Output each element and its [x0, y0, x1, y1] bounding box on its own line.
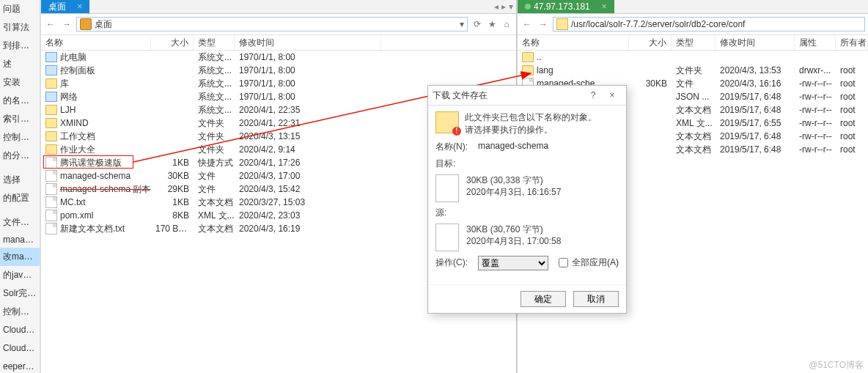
- source-line2: 2020年4月3日, 17:00:58: [466, 235, 561, 248]
- sidebar-item[interactable]: 选择: [0, 171, 40, 189]
- file-name: managed-schema 副本: [60, 183, 150, 196]
- folder-icon: [45, 78, 57, 89]
- col-type[interactable]: 类型: [672, 35, 716, 50]
- tab-prev-icon[interactable]: ◂: [494, 1, 499, 12]
- close-icon[interactable]: ×: [77, 1, 82, 12]
- file-owner: root: [836, 65, 868, 75]
- col-name[interactable]: 名称: [518, 35, 629, 50]
- apply-all[interactable]: 全部应用(A): [556, 256, 619, 270]
- back-icon[interactable]: ←: [44, 19, 57, 29]
- dialog-msg1: 此文件夹已包含以下名称的对象。: [465, 111, 597, 124]
- file-name: 库: [60, 78, 69, 90]
- sidebar-item[interactable]: 改managed: [0, 248, 40, 266]
- col-type[interactable]: 类型: [194, 35, 235, 50]
- file-type: 系统文...: [194, 104, 235, 117]
- dialog-title-bar[interactable]: 下载 文件存在 ? ×: [428, 86, 626, 106]
- left-header[interactable]: 名称 大小 类型 修改时间: [41, 35, 516, 51]
- bookmark-icon[interactable]: ★: [485, 19, 499, 29]
- file-type: 文件: [672, 78, 716, 90]
- back-icon[interactable]: ←: [521, 19, 534, 29]
- action-select[interactable]: 覆盖: [478, 256, 548, 270]
- col-mod[interactable]: 修改时间: [716, 35, 795, 50]
- sidebar-item[interactable]: eeper管理: [0, 358, 40, 373]
- tab-next-icon[interactable]: ▸: [501, 1, 506, 12]
- folder-icon: [45, 105, 57, 115]
- sidebar-item[interactable]: 引算法: [0, 18, 40, 37]
- sidebar-item[interactable]: 索引库说明及: [0, 110, 40, 128]
- tab-remote[interactable]: 47.97.173.181 ×: [518, 0, 614, 13]
- dropdown-icon[interactable]: ▾: [460, 19, 464, 29]
- sidebar-item[interactable]: [0, 165, 40, 171]
- sidebar-item[interactable]: 的配置: [0, 189, 40, 207]
- refresh-icon[interactable]: ⟳: [471, 19, 484, 29]
- tab-desktop[interactable]: 桌面 ×: [41, 0, 89, 13]
- file-owner: root: [836, 131, 868, 141]
- ok-button[interactable]: 确定: [521, 291, 566, 307]
- close-icon[interactable]: ×: [603, 90, 622, 100]
- source-thumb-icon: [435, 224, 459, 251]
- name-label: 名称(N):: [435, 141, 471, 153]
- tab-menu-icon[interactable]: ▾: [509, 1, 513, 12]
- file-name: managed-schema: [60, 171, 130, 181]
- address-box[interactable]: /usr/local/solr-7.7.2/server/solr/db2-co…: [553, 17, 865, 32]
- sidebar-item[interactable]: 问题: [0, 0, 40, 18]
- source-label: 源:: [435, 207, 471, 219]
- col-name[interactable]: 名称: [41, 35, 151, 50]
- file-type: 文件: [194, 170, 235, 182]
- sidebar-item[interactable]: 安装: [0, 73, 40, 92]
- sidebar-item[interactable]: Solr完成对jo: [0, 284, 40, 303]
- folder-icon: [45, 131, 57, 141]
- target-label: 目标:: [435, 158, 471, 170]
- help-icon[interactable]: ?: [584, 90, 603, 100]
- file-type: 文本文档: [672, 130, 716, 143]
- file-mod: 2020/4/1, 22:35: [235, 105, 381, 115]
- address-box[interactable]: 桌面 ▾: [76, 17, 468, 32]
- file-icon: [45, 170, 57, 182]
- watermark: @51CTO博客: [809, 359, 864, 372]
- table-row[interactable]: lang文件夹2020/4/3, 13:53drwxr-...root: [518, 64, 868, 77]
- file-size: 30KB: [151, 171, 194, 181]
- outline-sidebar[interactable]: 问题引算法到排索引述安装的名词解释及索引库说明及控制台-core的分词及IK选择…: [0, 0, 40, 373]
- sidebar-item[interactable]: managed-s: [0, 232, 40, 248]
- col-attr[interactable]: 属性: [795, 35, 836, 50]
- right-header[interactable]: 名称 大小 类型 修改时间 属性 所有者: [518, 35, 868, 51]
- home-icon[interactable]: ⌂: [500, 19, 513, 29]
- file-name: 作业大全: [60, 144, 95, 156]
- sidebar-item[interactable]: Cloud概述: [0, 321, 40, 339]
- file-name: ..: [537, 52, 542, 62]
- file-owner: root: [836, 144, 868, 155]
- file-mod: 2019/5/17, 6:48: [716, 131, 795, 141]
- forward-icon[interactable]: →: [60, 19, 73, 29]
- col-size[interactable]: 大小: [629, 35, 672, 50]
- action-label: 操作(C):: [435, 256, 471, 269]
- file-type: 系统文...: [194, 78, 235, 90]
- sidebar-item[interactable]: 的名词解释及: [0, 92, 40, 110]
- file-mod: 2020/4/2, 9:14: [235, 144, 381, 155]
- sidebar-item[interactable]: 述: [0, 55, 40, 73]
- table-row[interactable]: ..: [518, 51, 868, 64]
- sidebar-item[interactable]: Cloud搭建: [0, 339, 40, 358]
- file-type: 文件夹: [672, 64, 716, 77]
- apply-all-checkbox[interactable]: [559, 258, 568, 267]
- sidebar-item[interactable]: 控制台全量: [0, 303, 40, 321]
- sidebar-item[interactable]: 的javaAPI讲: [0, 266, 40, 284]
- sidebar-item[interactable]: [0, 207, 40, 213]
- cancel-button[interactable]: 取消: [573, 291, 619, 307]
- col-own[interactable]: 所有者: [836, 35, 868, 50]
- file-size: 29KB: [151, 184, 194, 194]
- file-name: 此电脑: [60, 51, 87, 64]
- col-size[interactable]: 大小: [151, 35, 194, 50]
- sidebar-item[interactable]: 文件及说明: [0, 213, 40, 232]
- forward-icon[interactable]: →: [537, 19, 550, 29]
- table-row[interactable]: 控制面板系统文...1970/1/1, 8:00: [41, 64, 516, 77]
- file-mod: 2020/3/27, 15:03: [235, 197, 381, 207]
- file-owner: root: [836, 118, 868, 128]
- sidebar-item[interactable]: 控制台-core: [0, 128, 40, 147]
- sidebar-item[interactable]: 到排索引: [0, 37, 40, 55]
- close-icon[interactable]: ×: [602, 0, 607, 13]
- table-row[interactable]: 此电脑系统文...1970/1/1, 8:00: [41, 51, 516, 64]
- col-mod[interactable]: 修改时间: [235, 35, 381, 50]
- file-mod: 2020/4/3, 16:16: [716, 78, 795, 89]
- file-size: 170 By...: [151, 224, 194, 234]
- sidebar-item[interactable]: 的分词及IK: [0, 147, 40, 165]
